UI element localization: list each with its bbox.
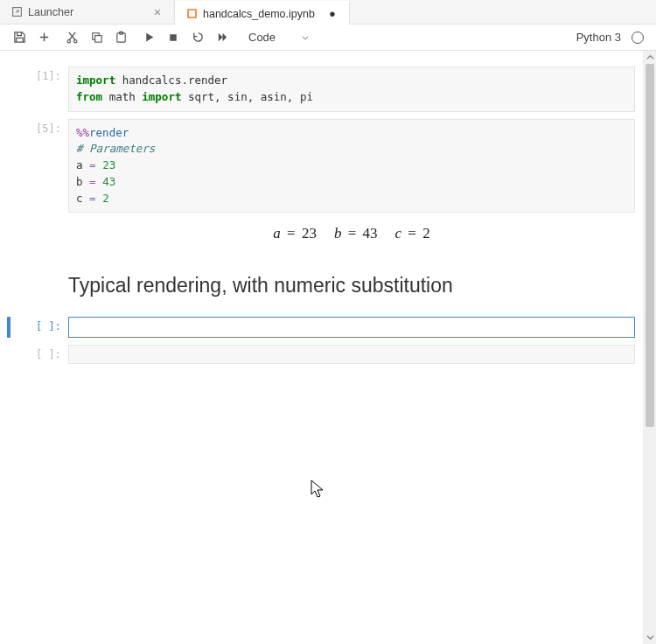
- code-input[interactable]: import handcalcs.render from math import…: [68, 66, 635, 112]
- restart-run-all-button[interactable]: [210, 25, 234, 50]
- notebook-icon: [185, 8, 198, 20]
- unsaved-dot-icon[interactable]: •: [326, 10, 338, 18]
- tab-label: Launcher: [28, 6, 146, 18]
- kernel-status-icon[interactable]: [632, 32, 644, 44]
- cut-button[interactable]: [59, 25, 84, 50]
- launcher-icon: [10, 6, 23, 18]
- scroll-thumb[interactable]: [646, 64, 654, 427]
- cell-body: import handcalcs.render from math import…: [68, 66, 635, 112]
- tab-bar: Launcher × handcalcs_demo.ipynb •: [0, 0, 656, 24]
- svg-point-4: [73, 40, 76, 43]
- close-icon[interactable]: ×: [151, 5, 164, 19]
- svg-rect-9: [170, 34, 177, 41]
- scroll-down-icon[interactable]: [644, 631, 656, 644]
- restart-button[interactable]: [185, 25, 210, 50]
- svg-rect-2: [188, 10, 194, 17]
- code-input[interactable]: %%render # Parameters a = 23 b = 43 c = …: [68, 119, 635, 214]
- cell-type-select[interactable]: Code: [240, 29, 318, 46]
- code-input[interactable]: [68, 317, 635, 338]
- cell-prompt: [1]:: [16, 66, 68, 82]
- cell-body: [68, 317, 635, 338]
- tab-notebook[interactable]: handcalcs_demo.ipynb •: [175, 1, 350, 24]
- cell[interactable]: Typical rendering, with numeric substitu…: [7, 258, 635, 310]
- markdown-heading: Typical rendering, with numeric substitu…: [68, 258, 635, 310]
- notebook-viewport: [1]:import handcalcs.render from math im…: [0, 51, 656, 644]
- cell-body: %%render # Parameters a = 23 b = 43 c = …: [68, 119, 635, 252]
- cell-prompt: [16, 258, 68, 262]
- svg-point-3: [67, 40, 70, 43]
- chevron-down-icon: [301, 33, 310, 42]
- cell-body: Typical rendering, with numeric substitu…: [68, 258, 635, 310]
- cell-type-label: Code: [248, 31, 276, 44]
- notebook[interactable]: [1]:import handcalcs.render from math im…: [0, 51, 656, 644]
- cell-output: a = 23b = 43c = 2: [68, 213, 635, 251]
- insert-cell-button[interactable]: [31, 25, 56, 50]
- save-button[interactable]: [7, 25, 31, 50]
- cell-prompt: [ ]:: [16, 317, 68, 332]
- kernel-name[interactable]: Python 3: [576, 31, 626, 44]
- cell[interactable]: [ ]:: [7, 345, 635, 364]
- paste-button[interactable]: [108, 25, 133, 50]
- interrupt-button[interactable]: [161, 25, 185, 50]
- cell-prompt: [5]:: [16, 119, 68, 135]
- run-button[interactable]: [136, 25, 161, 50]
- toolbar: Code Python 3: [0, 24, 656, 51]
- cell[interactable]: [1]:import handcalcs.render from math im…: [7, 66, 635, 112]
- cell-body: [68, 345, 635, 364]
- scroll-up-icon[interactable]: [644, 51, 656, 64]
- cell[interactable]: [5]:%%render # Parameters a = 23 b = 43 …: [7, 119, 635, 252]
- code-input[interactable]: [68, 345, 635, 364]
- scrollbar[interactable]: [643, 51, 656, 644]
- scroll-track[interactable]: [644, 64, 656, 631]
- tab-label: handcalcs_demo.ipynb: [203, 8, 321, 20]
- cell[interactable]: [ ]:: [7, 317, 635, 338]
- cell-prompt: [ ]:: [16, 345, 68, 360]
- svg-rect-6: [94, 36, 101, 43]
- tab-launcher[interactable]: Launcher ×: [0, 0, 175, 24]
- copy-button[interactable]: [84, 25, 108, 50]
